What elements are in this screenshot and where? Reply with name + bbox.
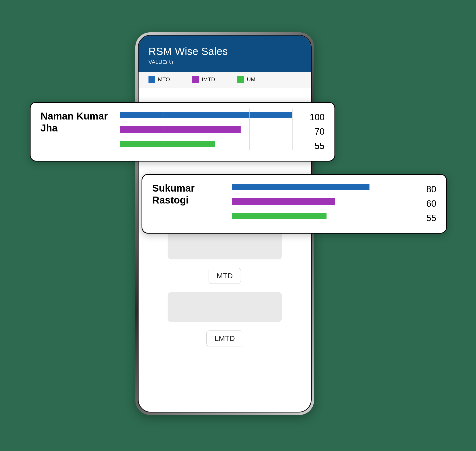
bar-um — [232, 213, 327, 219]
legend-label: IMTD — [202, 76, 215, 83]
bar-row-um — [120, 139, 292, 149]
values-column: 80 60 55 — [409, 182, 436, 225]
legend: MTO IMTD UM — [139, 72, 311, 87]
sales-card-naman-kumar-jha: Naman Kumar Jha 100 70 55 — [30, 102, 335, 162]
bar-row-mto — [120, 110, 292, 120]
bar-row-mto — [232, 182, 404, 192]
legend-label: UM — [247, 76, 255, 83]
legend-item-mto: MTO — [148, 76, 170, 83]
bar-um — [120, 141, 215, 147]
bar-row-imtd — [120, 124, 292, 134]
values-column: 100 70 55 — [297, 110, 325, 153]
legend-swatch-um — [237, 76, 244, 83]
lmtd-button[interactable]: LMTD — [206, 330, 243, 346]
bar-imtd — [232, 198, 335, 205]
bars-container — [232, 182, 404, 221]
gridline — [292, 109, 293, 150]
legend-item-um: UM — [237, 76, 255, 83]
value-um: 55 — [409, 211, 436, 225]
value-mto: 100 — [297, 110, 325, 124]
person-name-line2: Rastogi — [152, 195, 189, 205]
appbar-title: RSM Wise Sales — [148, 45, 301, 57]
bar-mto — [232, 184, 369, 190]
value-imtd: 60 — [409, 197, 436, 211]
person-name-line2: Jha — [40, 123, 58, 133]
person-name-line1: Naman Kumar — [40, 111, 108, 122]
legend-item-imtd: IMTD — [192, 76, 215, 83]
gridline — [404, 181, 404, 222]
placeholder-bar-lmtd — [168, 292, 282, 322]
section2-body: MTD LMTD — [148, 230, 301, 346]
bar-row-imtd — [232, 197, 404, 206]
person-name-line1: Sukumar — [152, 183, 195, 194]
bars-container — [120, 110, 292, 149]
value-um: 55 — [297, 139, 325, 153]
bar-imtd — [120, 126, 241, 133]
placeholder-bar-mtd — [168, 230, 282, 259]
mtd-button[interactable]: MTD — [209, 268, 241, 284]
person-name: Naman Kumar Jha — [40, 110, 115, 134]
bar-mto — [120, 112, 292, 118]
bar-row-um — [232, 211, 404, 221]
value-imtd: 70 — [297, 124, 325, 139]
legend-label: MTO — [158, 76, 170, 83]
person-name: Sukumar Rastogi — [152, 182, 227, 206]
legend-swatch-mto — [148, 76, 155, 83]
appbar: RSM Wise Sales VALUE(₹) — [139, 36, 311, 72]
legend-swatch-imtd — [192, 76, 199, 83]
value-mto: 80 — [409, 182, 436, 197]
sales-card-sukumar-rastogi: Sukumar Rastogi 80 60 55 — [142, 174, 447, 234]
appbar-subtitle: VALUE(₹) — [148, 59, 301, 65]
